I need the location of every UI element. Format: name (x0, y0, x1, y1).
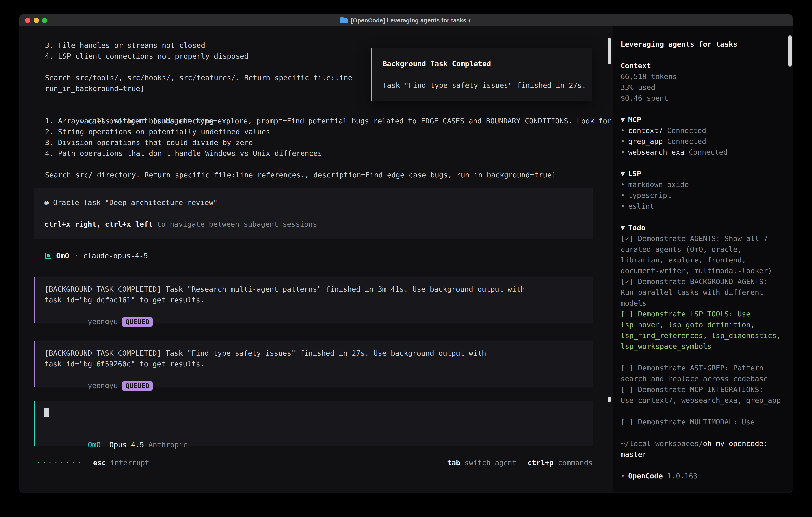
mcp-item: •context7 Connected (620, 125, 788, 136)
input-meta: OmOOpus 4.5Anthropic (45, 429, 592, 439)
oracle-task-panel[interactable]: ◉ Oracle Task "Deep architecture review"… (34, 188, 592, 239)
app-version: 1.0.163 (667, 472, 697, 480)
minimize-button[interactable] (34, 18, 39, 23)
subagent-nav-hint: ctrl+x right, ctrl+x left to navigate be… (45, 219, 592, 229)
zoom-button[interactable] (42, 18, 47, 23)
workspace-branch: master (620, 449, 788, 460)
bullet-icon: • (620, 180, 625, 189)
tool-call-line (19, 159, 613, 169)
oracle-icon: ◉ (45, 198, 49, 207)
interrupt-hint: esc interrupt (93, 457, 149, 468)
terminal-main: 3. File handles or streams not closed 4.… (19, 26, 613, 492)
context-used: 33% used (620, 82, 788, 93)
main-scrollbar-thumb[interactable] (608, 38, 611, 64)
message-block: [BACKGROUND TASK COMPLETED] Task "Resear… (34, 277, 592, 323)
lsp-item: •typescript (620, 190, 788, 201)
message-line: task_id="bg_dcfac161" to get results. (45, 295, 592, 305)
tool-call-line: 3. Division operations that could divide… (19, 137, 613, 148)
message-line: task_id="bg_6f59260c" to get results. (45, 359, 592, 370)
traffic-lights (25, 15, 47, 26)
opencode-window: [OpenCode] Leveraging agents for tasks ◐… (19, 15, 793, 493)
bullet-icon: • (620, 148, 625, 156)
context-heading: Context (620, 60, 788, 71)
bullet-icon: • (620, 137, 625, 145)
context-spent: $0.46 spent (620, 93, 788, 104)
input-line[interactable] (45, 407, 592, 418)
input-agent-name: OmO (88, 441, 101, 449)
folder-icon (341, 19, 348, 23)
main-scrollbar-thumb[interactable] (608, 397, 611, 402)
version-row: •OpenCode 1.0.163 (620, 471, 788, 482)
bullet-icon: • (620, 202, 625, 210)
input-provider-name: Anthropic (148, 441, 187, 449)
toast-body: Task "Find type safety issues" finished … (383, 80, 592, 91)
switch-agent-hint: tab switch agent (447, 457, 517, 468)
chevron-down-icon: ▼ (620, 115, 625, 124)
tool-call-line: Search src/ directory. Return specific f… (19, 169, 613, 180)
chevron-down-icon: ▼ (620, 223, 625, 232)
queued-badge: QUEUED (122, 381, 152, 391)
sidebar: Leveraging agents for tasks Context 66,5… (613, 26, 793, 492)
input-model-name: Opus 4.5 (110, 441, 144, 449)
oracle-task-title: ◉ Oracle Task "Deep architecture review" (45, 197, 592, 208)
message-line: [BACKGROUND TASK COMPLETED] Task "Find t… (45, 348, 592, 359)
tool-call-header: ⚙call_omo_agent [subagent_type=explore, … (19, 105, 613, 115)
todo-item: [ ] Demonstrate LSP TOOLS: Use lsp_hover… (620, 309, 788, 352)
lsp-item: •eslint (620, 201, 788, 212)
toast-title: Background Task Completed (383, 58, 592, 69)
tool-call-line: 4. Path operations that don't handle Win… (19, 148, 613, 159)
agent-name: OmO (56, 250, 69, 261)
todo-item: [✓] Demonstrate AGENTS: Show all 7 curat… (620, 233, 788, 276)
background-task-toast[interactable]: Background Task Completed Task "Find typ… (371, 48, 592, 101)
agent-separator: · (74, 250, 78, 261)
todo-item: [ ] Demonstrate MCP INTEGRATIONS: Use co… (620, 384, 788, 406)
bullet-icon: • (620, 472, 625, 480)
window-title-group: [OpenCode] Leveraging agents for tasks ◐ (341, 15, 472, 26)
message-author: yeongyu (88, 318, 118, 326)
todo-item: [ ] Demonstrate AST-GREP: Pattern search… (620, 363, 788, 384)
agent-header: OmO · claude-opus-4-5 (45, 250, 613, 261)
mcp-item: •grep_app Connected (620, 136, 788, 147)
message-author: yeongyu (88, 381, 118, 390)
spinner-dots: ········ (36, 457, 83, 468)
prompt-input[interactable]: OmOOpus 4.5Anthropic (34, 402, 592, 446)
message-block: [BACKGROUND TASK COMPLETED] Task "Find t… (34, 341, 592, 387)
workspace-path: ~/local-workspaces/oh-my-opencode: (620, 438, 788, 449)
lsp-section-header[interactable]: ▼LSP (620, 168, 788, 179)
message-meta: yeongyuQUEUED (45, 370, 592, 380)
queued-badge: QUEUED (122, 318, 152, 327)
message-line: [BACKGROUND TASK COMPLETED] Task "Resear… (45, 284, 592, 295)
mcp-section-header[interactable]: ▼MCP (620, 114, 788, 125)
mcp-item: •websearch_exa Connected (620, 147, 788, 158)
todo-section-header[interactable]: ▼Todo (620, 222, 788, 233)
text-cursor (45, 408, 49, 417)
context-tokens: 66,518 tokens (620, 71, 788, 82)
hint-keys: ctrl+x right, ctrl+x left (45, 220, 153, 228)
todo-item: [✓] Demonstrate BACKGROUND AGENTS: Run p… (620, 276, 788, 309)
agent-model: claude-opus-4-5 (83, 250, 148, 261)
todo-item: [ ] Demonstrate MULTIMODAL: Use (620, 417, 788, 428)
bullet-icon: • (620, 126, 625, 135)
window-content: 3. File handles or streams not closed 4.… (19, 26, 793, 492)
lsp-item: •markdown-oxide (620, 179, 788, 190)
close-button[interactable] (25, 18, 30, 23)
titlebar[interactable]: [OpenCode] Leveraging agents for tasks ◐ (19, 15, 793, 26)
session-title: Leveraging agents for tasks (620, 39, 788, 50)
chevron-down-icon: ▼ (620, 169, 625, 178)
status-bar: ········ esc interrupt tab switch agent … (19, 457, 613, 468)
sidebar-scrollbar-thumb[interactable] (788, 35, 792, 66)
message-meta: yeongyuQUEUED (45, 305, 592, 316)
window-title: [OpenCode] Leveraging agents for tasks ◐ (351, 15, 472, 26)
app-name: OpenCode (628, 472, 663, 480)
agent-icon (45, 252, 51, 259)
commands-hint: ctrl+p commands (528, 457, 592, 468)
tool-call-line: 2. String operations on potentially unde… (19, 126, 613, 137)
bullet-icon: • (620, 191, 625, 199)
